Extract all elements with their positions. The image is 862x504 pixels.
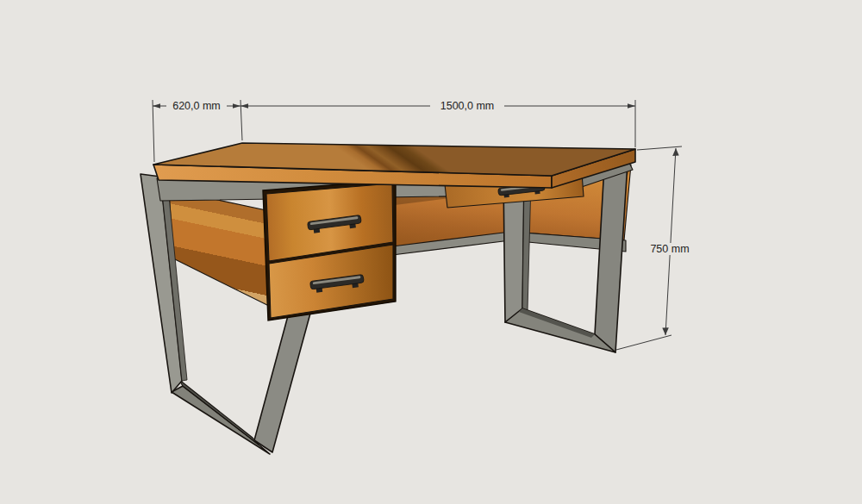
dimension-width-label: 1500,0 mm (440, 100, 495, 112)
dimension-depth-label: 620,0 mm (172, 100, 221, 112)
desktop (153, 143, 635, 188)
dimension-height-label: 750 mm (650, 243, 689, 255)
scene-background (0, 0, 862, 504)
desk-rendering: 620,0 mm 1500,0 mm 750 mm (0, 0, 862, 504)
desk-drawing-canvas: 620,0 mm 1500,0 mm 750 mm (0, 0, 862, 504)
drawer-pedestal (263, 180, 396, 320)
